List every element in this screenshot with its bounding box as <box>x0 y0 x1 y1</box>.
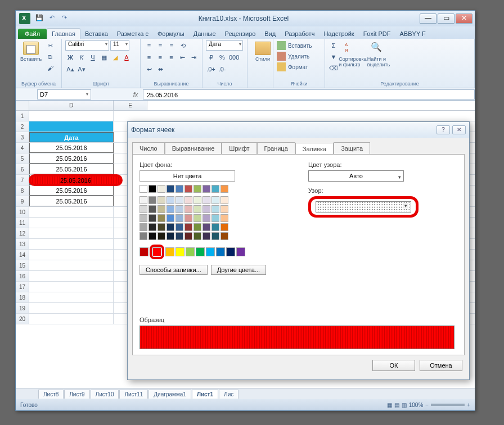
row-header[interactable]: 14 <box>16 250 29 260</box>
color-swatch[interactable] <box>202 185 210 193</box>
row-header[interactable]: 4 <box>16 143 29 153</box>
color-swatch[interactable] <box>184 232 192 240</box>
border-button[interactable]: ▦ <box>99 52 109 62</box>
clear-button[interactable]: ⌫ <box>328 63 339 73</box>
color-swatch[interactable] <box>194 185 201 193</box>
indent-dec-button[interactable]: ⇤ <box>177 52 187 62</box>
color-swatch[interactable] <box>220 232 228 240</box>
color-swatch[interactable] <box>166 223 174 231</box>
color-swatch[interactable] <box>220 223 228 231</box>
col-header-e[interactable]: E <box>114 101 147 110</box>
comma-button[interactable]: 000 <box>228 52 238 62</box>
row-header[interactable]: 11 <box>16 218 29 228</box>
maximize-button[interactable]: ▭ <box>438 13 454 24</box>
row-header[interactable]: 20 <box>16 314 29 324</box>
row-header[interactable]: 16 <box>16 271 29 281</box>
color-swatch[interactable] <box>202 196 210 204</box>
color-swatch[interactable] <box>166 214 174 222</box>
find-select-button[interactable]: Найти и выделить <box>367 40 390 81</box>
tab-review[interactable]: Рецензиро <box>220 29 260 39</box>
color-swatch[interactable] <box>196 247 205 256</box>
fx-icon[interactable]: fx <box>128 91 143 98</box>
sheet-tab[interactable]: Лист9 <box>64 390 89 399</box>
dialog-close-button[interactable]: ✕ <box>452 125 466 134</box>
row-header[interactable]: 3 <box>16 132 29 142</box>
color-swatch[interactable] <box>176 185 183 193</box>
color-swatch[interactable] <box>184 214 192 222</box>
align-left-button[interactable]: ≡ <box>144 52 154 62</box>
align-right-button[interactable]: ≡ <box>166 52 177 62</box>
row-header[interactable]: 5 <box>16 153 29 164</box>
view-layout-button[interactable]: ▤ <box>394 402 399 408</box>
dec-inc-button[interactable]: .0+ <box>206 64 216 74</box>
shrink-font-button[interactable]: A▾ <box>76 64 87 74</box>
color-swatch[interactable] <box>148 185 156 193</box>
tab-alignment[interactable]: Выравнивание <box>165 142 222 154</box>
color-swatch[interactable] <box>140 185 147 193</box>
row-header[interactable]: 10 <box>16 207 29 217</box>
undo-button[interactable]: ↶ <box>47 14 56 23</box>
tab-layout[interactable]: Разметка с <box>112 29 153 39</box>
color-swatch[interactable] <box>220 196 228 204</box>
font-name-combo[interactable]: Calibri <box>65 40 109 51</box>
no-color-button[interactable]: Нет цвета <box>140 170 235 182</box>
color-swatch[interactable] <box>236 247 245 256</box>
cell[interactable]: 25.05.2016 <box>29 186 114 196</box>
currency-button[interactable]: ₽ <box>206 52 216 62</box>
paste-button[interactable]: Вставить <box>19 40 43 81</box>
color-swatch[interactable] <box>165 247 174 256</box>
tab-protection[interactable]: Защита <box>334 142 370 154</box>
color-swatch[interactable] <box>220 214 228 222</box>
row-header[interactable]: 1 <box>16 111 29 121</box>
row-header[interactable]: 12 <box>16 228 29 238</box>
color-swatch[interactable] <box>158 232 165 240</box>
cell[interactable]: 25.05.2016 <box>29 153 114 164</box>
color-swatch[interactable] <box>194 196 201 204</box>
tab-view[interactable]: Вид <box>260 29 280 39</box>
autosum-button[interactable]: Σ <box>328 40 339 51</box>
copy-button[interactable]: ⧉ <box>45 52 55 62</box>
fill-color-button[interactable]: ◢ <box>110 52 120 62</box>
cell[interactable]: 25.05.2016 <box>29 143 114 153</box>
cell[interactable] <box>29 121 114 132</box>
color-swatch[interactable] <box>176 205 183 213</box>
color-swatch[interactable] <box>176 223 183 231</box>
sheet-tab[interactable]: Лист11 <box>119 390 148 399</box>
color-swatch[interactable] <box>186 247 195 256</box>
color-swatch[interactable] <box>202 223 210 231</box>
tab-insert[interactable]: Вставка <box>80 29 112 39</box>
styles-button[interactable]: Стили <box>251 40 274 62</box>
save-button[interactable]: 💾 <box>35 14 44 23</box>
cut-button[interactable]: ✂ <box>45 40 55 51</box>
cell[interactable] <box>29 228 114 238</box>
cell[interactable] <box>29 282 114 292</box>
color-swatch[interactable] <box>202 232 210 240</box>
color-swatch[interactable] <box>158 214 165 222</box>
view-pagebreak-button[interactable]: ▥ <box>402 402 407 408</box>
zoom-out-button[interactable]: − <box>425 402 429 408</box>
merge-button[interactable]: ⬌ <box>155 64 165 74</box>
underline-button[interactable]: Ч <box>88 52 98 62</box>
color-swatch[interactable] <box>166 185 174 193</box>
color-swatch[interactable] <box>212 232 219 240</box>
bold-button[interactable]: Ж <box>65 52 75 62</box>
tab-fill[interactable]: Заливка <box>295 143 334 155</box>
color-swatch[interactable] <box>226 247 235 256</box>
ok-button[interactable]: ОК <box>372 360 415 371</box>
wrap-button[interactable]: ↩ <box>144 64 154 74</box>
grow-font-button[interactable]: A▴ <box>65 64 75 74</box>
cancel-button[interactable]: Отмена <box>420 360 462 371</box>
col-header-d[interactable]: D <box>29 101 114 110</box>
tab-number[interactable]: Число <box>132 142 165 154</box>
color-swatch[interactable] <box>166 232 174 240</box>
percent-button[interactable]: % <box>217 52 227 62</box>
zoom-level[interactable]: 100% <box>409 402 424 408</box>
tab-addins[interactable]: Надстройк <box>319 29 358 39</box>
align-top-button[interactable]: ≡ <box>144 40 154 51</box>
color-swatch[interactable] <box>212 223 219 231</box>
color-swatch[interactable] <box>194 205 201 213</box>
color-swatch[interactable] <box>140 205 147 213</box>
align-center-button[interactable]: ≡ <box>155 52 165 62</box>
sheet-tab[interactable]: Лист10 <box>91 390 119 399</box>
row-header[interactable]: 2 <box>16 121 29 132</box>
